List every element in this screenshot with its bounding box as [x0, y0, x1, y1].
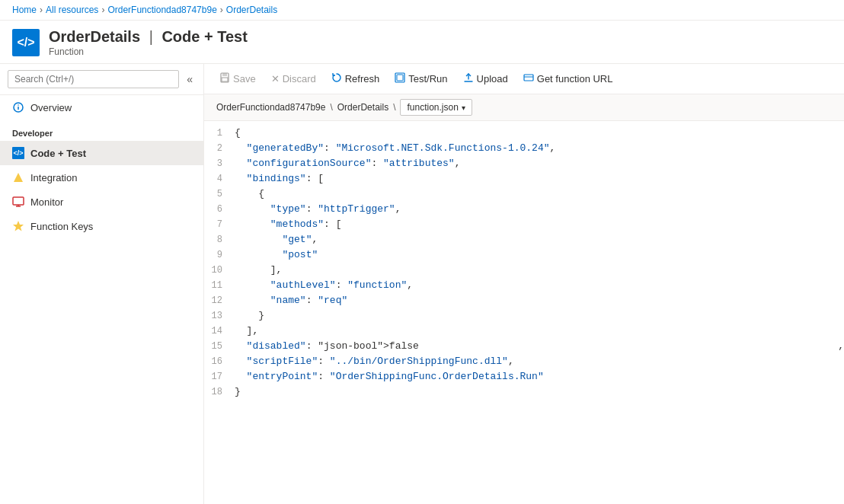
sidebar-developer-section: Developer: [0, 120, 203, 141]
filepath-bar: OrderFunctiondad8747b9e \ OrderDetails \…: [204, 94, 844, 121]
filepath-part1: OrderFunctiondad8747b9e: [216, 102, 325, 113]
page-title-main: OrderDetails: [49, 28, 140, 45]
filepath-sep2: \: [393, 102, 395, 113]
sidebar-item-code-test-label: Code + Test: [30, 148, 86, 159]
line-content: "post": [235, 249, 844, 260]
line-number: 18: [204, 387, 235, 397]
test-run-icon: [395, 72, 405, 85]
code-line: 4 "bindings": [: [204, 173, 844, 188]
line-content: ],: [235, 325, 844, 337]
line-number: 5: [204, 189, 235, 199]
file-dropdown[interactable]: function.json ▾: [400, 99, 472, 116]
code-line: 5 {: [204, 188, 844, 203]
line-number: 13: [204, 311, 235, 321]
sidebar-item-overview-label: Overview: [30, 102, 72, 113]
svg-rect-14: [524, 75, 533, 81]
page-title-sep: |: [149, 28, 153, 45]
sidebar-item-integration[interactable]: Integration: [0, 165, 203, 190]
function-icon: </>: [12, 29, 40, 56]
line-number: 15: [204, 341, 235, 352]
sidebar-item-overview[interactable]: Overview: [0, 95, 203, 120]
line-number: 14: [204, 326, 235, 337]
refresh-label: Refresh: [345, 73, 380, 85]
search-input[interactable]: [8, 70, 179, 88]
line-number: 12: [204, 295, 235, 306]
svg-rect-4: [13, 197, 24, 205]
breadcrumb-current[interactable]: OrderDetails: [226, 5, 277, 15]
upload-button[interactable]: Upload: [457, 69, 514, 89]
code-test-icon: </>: [12, 147, 24, 159]
code-editor[interactable]: 1 { 2 "generatedBy": "Microsoft.NET.Sdk.…: [204, 121, 844, 504]
line-content: ],: [235, 264, 844, 276]
discard-button[interactable]: ✕ Discard: [265, 69, 322, 88]
code-icon: </>: [17, 36, 34, 49]
sidebar-search-container: «: [0, 64, 203, 95]
code-line: 9 "post": [204, 249, 844, 264]
line-number: 4: [204, 174, 235, 184]
line-content: {: [235, 127, 844, 139]
line-number: 11: [204, 280, 235, 291]
sidebar: « Overview Developer </> Code + Test Int…: [0, 64, 204, 504]
code-line: 10 ],: [204, 264, 844, 279]
svg-rect-9: [222, 73, 227, 76]
refresh-button[interactable]: Refresh: [325, 69, 386, 89]
line-number: 17: [204, 372, 235, 382]
code-line: 1 {: [204, 127, 844, 142]
get-function-url-button[interactable]: Get function URL: [517, 69, 619, 89]
code-line: 3 "configurationSource": "attributes",: [204, 158, 844, 173]
breadcrumb: Home › All resources › OrderFunctiondad8…: [0, 0, 844, 21]
upload-icon: [463, 72, 474, 85]
line-content: "generatedBy": "Microsoft.NET.Sdk.Functi…: [235, 142, 844, 154]
code-line: 13 }: [204, 310, 844, 325]
line-number: 8: [204, 234, 235, 245]
svg-marker-3: [14, 173, 23, 182]
breadcrumb-function-app[interactable]: OrderFunctiondad8747b9e: [107, 5, 216, 15]
sidebar-item-function-keys-label: Function Keys: [30, 221, 93, 232]
line-number: 10: [204, 265, 235, 276]
discard-label: Discard: [283, 73, 316, 85]
sidebar-item-integration-label: Integration: [30, 172, 77, 183]
line-content: }: [235, 386, 844, 397]
line-content: }: [235, 310, 844, 321]
save-button[interactable]: Save: [213, 69, 262, 89]
page-title-section: Code + Test: [161, 28, 247, 45]
breadcrumb-all-resources[interactable]: All resources: [46, 5, 98, 15]
line-content: "get",: [235, 234, 844, 245]
line-content: "entryPoint": "OrderShippingFunc.OrderDe…: [235, 371, 844, 382]
sidebar-item-monitor[interactable]: Monitor: [0, 190, 203, 214]
test-run-label: Test/Run: [408, 73, 447, 85]
code-line: 8 "get",: [204, 234, 844, 249]
sidebar-item-code-test[interactable]: </> Code + Test: [0, 141, 203, 165]
code-line: 7 "methods": [: [204, 219, 844, 234]
upload-label: Upload: [477, 73, 508, 85]
code-line: 6 "type": "httpTrigger",: [204, 203, 844, 219]
save-icon: [219, 72, 230, 85]
function-keys-icon: [12, 220, 24, 232]
line-content: "bindings": [: [235, 173, 844, 184]
line-number: 1: [204, 128, 235, 139]
code-line: 2 "generatedBy": "Microsoft.NET.Sdk.Func…: [204, 142, 844, 158]
save-label: Save: [233, 73, 256, 85]
code-line: 17 "entryPoint": "OrderShippingFunc.Orde…: [204, 371, 844, 386]
test-run-button[interactable]: Test/Run: [388, 69, 453, 89]
code-line: 11 "authLevel": "function",: [204, 279, 844, 295]
monitor-icon: [12, 196, 24, 208]
code-line: 15 "disabled": "json-bool">false,: [204, 340, 844, 356]
sidebar-item-function-keys[interactable]: Function Keys: [0, 214, 203, 238]
line-number: 16: [204, 356, 235, 367]
overview-icon: [12, 101, 24, 113]
line-number: 7: [204, 219, 235, 230]
line-number: 3: [204, 158, 235, 169]
line-content: "configurationSource": "attributes",: [235, 158, 844, 169]
refresh-icon: [331, 72, 342, 85]
line-content: "type": "httpTrigger",: [235, 203, 844, 215]
page-subtitle: Function: [49, 46, 248, 57]
file-dropdown-label: function.json: [407, 102, 458, 113]
svg-marker-7: [13, 221, 24, 231]
code-line: 14 ],: [204, 325, 844, 340]
code-line: 16 "scriptFile": "../bin/OrderShippingFu…: [204, 356, 844, 371]
page-title: OrderDetails | Code + Test: [49, 28, 248, 46]
breadcrumb-home[interactable]: Home: [12, 5, 37, 15]
svg-point-2: [18, 104, 19, 106]
sidebar-collapse-button[interactable]: «: [184, 72, 196, 87]
